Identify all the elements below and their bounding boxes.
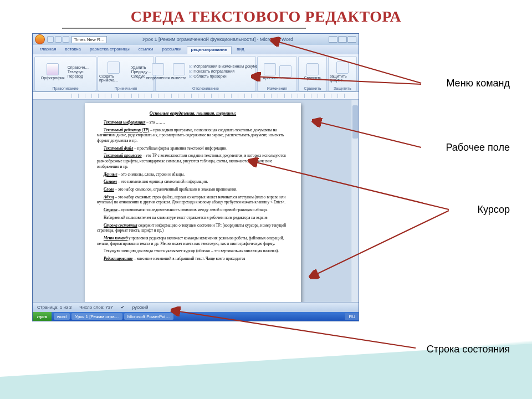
slide: СРЕДА ТЕКСТОВОГО РЕДАКТОРА Times New R… …	[0, 0, 532, 399]
annotation-arrows	[0, 0, 532, 399]
